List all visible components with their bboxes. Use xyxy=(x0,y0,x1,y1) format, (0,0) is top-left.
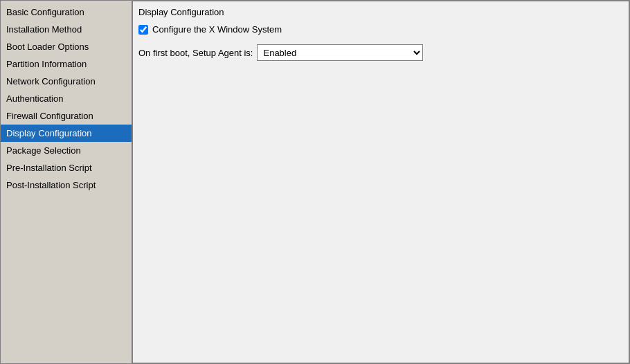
configure-x-window-label: Configure the X Window System xyxy=(152,24,282,35)
section-title: Display Configuration xyxy=(138,7,623,17)
sidebar-item-package-selection[interactable]: Package Selection xyxy=(1,142,132,159)
setup-agent-row: On first boot, Setup Agent is: EnabledDi… xyxy=(138,44,623,61)
sidebar-item-installation-method[interactable]: Installation Method xyxy=(1,21,132,38)
content-area: Display Configuration Configure the X Wi… xyxy=(132,1,629,363)
setup-agent-label: On first boot, Setup Agent is: xyxy=(138,48,253,58)
configure-x-window-row: Configure the X Window System xyxy=(138,24,623,35)
sidebar-item-partition-information[interactable]: Partition Information xyxy=(1,55,132,73)
sidebar-item-display-configuration[interactable]: Display Configuration xyxy=(1,125,132,142)
sidebar-item-authentication[interactable]: Authentication xyxy=(1,90,132,107)
sidebar-item-network-configuration[interactable]: Network Configuration xyxy=(1,73,132,90)
sidebar-item-post-installation-script[interactable]: Post-Installation Script xyxy=(1,176,132,194)
main-container: Basic ConfigurationInstallation MethodBo… xyxy=(0,0,630,364)
sidebar-item-pre-installation-script[interactable]: Pre-Installation Script xyxy=(1,159,132,176)
sidebar: Basic ConfigurationInstallation MethodBo… xyxy=(1,1,132,363)
configure-x-window-checkbox[interactable] xyxy=(138,25,148,35)
setup-agent-select[interactable]: EnabledDisabled xyxy=(257,44,423,61)
sidebar-item-firewall-configuration[interactable]: Firewall Configuration xyxy=(1,107,132,125)
sidebar-item-boot-loader-options[interactable]: Boot Loader Options xyxy=(1,38,132,55)
sidebar-item-basic-configuration[interactable]: Basic Configuration xyxy=(1,3,132,21)
